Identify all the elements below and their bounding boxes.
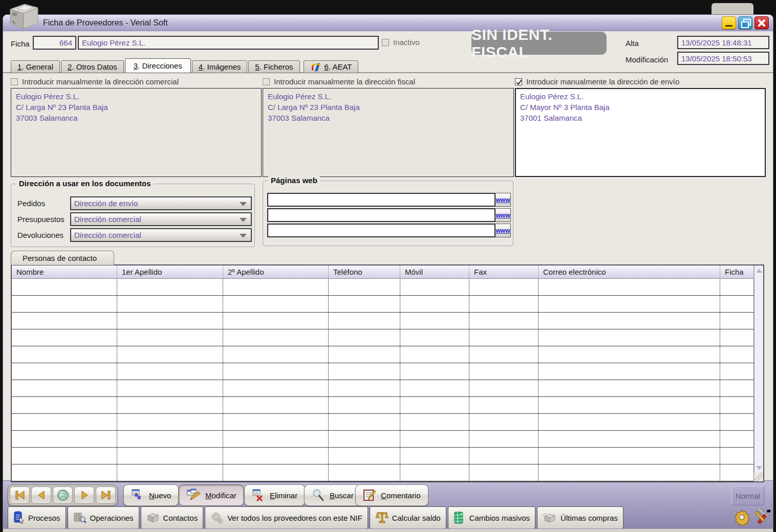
restore-icon[interactable] <box>738 16 752 29</box>
contacts-cell[interactable] <box>12 296 117 312</box>
contacts-cell[interactable] <box>117 346 223 363</box>
contacts-cell[interactable] <box>12 448 117 464</box>
www-button-3[interactable]: www <box>495 224 511 237</box>
contacts-cell[interactable] <box>223 363 329 380</box>
contacts-cell[interactable] <box>223 296 329 312</box>
contacts-cell[interactable] <box>720 448 754 464</box>
contacts-cell[interactable] <box>720 363 754 380</box>
contacts-cell[interactable] <box>469 380 538 396</box>
tools-icon[interactable] <box>752 508 773 526</box>
contacts-cell[interactable] <box>469 431 538 447</box>
contacts-cell[interactable] <box>117 279 223 295</box>
contacts-row[interactable] <box>12 313 754 329</box>
contacts-cell[interactable] <box>12 363 117 380</box>
contacts-cell[interactable] <box>12 279 117 295</box>
contacts-row[interactable] <box>12 414 754 431</box>
contacts-cell[interactable] <box>329 329 400 346</box>
contacts-row[interactable] <box>12 279 754 296</box>
contacts-cell[interactable] <box>720 329 754 346</box>
contacts-cell[interactable] <box>469 296 538 312</box>
contacts-cell[interactable] <box>223 464 329 481</box>
contacts-cell[interactable] <box>223 431 329 447</box>
contacts-cell[interactable] <box>538 329 720 346</box>
contacts-cell[interactable] <box>223 414 329 430</box>
contacts-cell[interactable] <box>400 380 469 396</box>
contacts-cell[interactable] <box>117 414 223 430</box>
web-url-input-2[interactable] <box>267 208 495 222</box>
contacts-cell[interactable] <box>117 296 223 312</box>
www-button-1[interactable]: www <box>495 193 511 207</box>
contacts-cell[interactable] <box>469 414 538 430</box>
www-button-2[interactable]: www <box>495 208 511 222</box>
envio-address-panel[interactable]: Eulogio Pérez S.L. C/ Mayor Nº 3 Planta … <box>515 88 766 177</box>
tab-otros-datos[interactable]: 2. Otros Datos <box>61 60 124 73</box>
contacts-cell[interactable] <box>400 414 469 430</box>
contacts-cell[interactable] <box>329 279 400 295</box>
contacts-cell[interactable] <box>469 279 538 295</box>
fiscal-address-panel[interactable]: Eulogio Pérez S.L. C/ Larga Nº 23 Planta… <box>263 88 514 177</box>
contacts-cell[interactable] <box>400 279 469 295</box>
contacts-cell[interactable] <box>12 380 117 396</box>
contacts-cell[interactable] <box>223 448 329 464</box>
contacts-cell[interactable] <box>469 329 538 346</box>
next-record-button[interactable] <box>74 486 94 504</box>
contacts-cell[interactable] <box>469 346 538 363</box>
web-url-input-3[interactable] <box>267 224 495 237</box>
contacts-cell[interactable] <box>12 464 117 481</box>
tab-direcciones[interactable]: 3. Direcciones <box>125 58 191 73</box>
contacts-cell[interactable] <box>720 464 754 481</box>
previous-record-button[interactable] <box>31 486 51 504</box>
fiscal-address-checkbox[interactable] <box>263 78 270 85</box>
resize-grip[interactable] <box>755 473 763 481</box>
contacts-cell[interactable] <box>720 431 754 447</box>
contacts-cell[interactable] <box>400 313 469 329</box>
contacts-row[interactable] <box>12 329 754 346</box>
contacts-cell[interactable] <box>400 464 469 481</box>
new-button[interactable]: Nuevo <box>123 484 179 506</box>
inactivo-checkbox[interactable] <box>382 39 389 46</box>
contacts-cell[interactable] <box>720 279 754 295</box>
contacts-cell[interactable] <box>223 380 329 396</box>
contacts-cell[interactable] <box>538 346 720 363</box>
edit-button[interactable]: Modificar <box>179 484 244 506</box>
contacts-row[interactable] <box>12 431 754 448</box>
contacts-cell[interactable] <box>12 313 117 329</box>
contacts-row[interactable] <box>12 380 754 397</box>
supplier-name-field[interactable]: Eulogio Pérez S.L. <box>78 36 379 50</box>
contacts-cell[interactable] <box>720 313 754 329</box>
contacts-cell[interactable] <box>329 414 400 430</box>
contacts-row[interactable] <box>12 448 754 464</box>
tab-general[interactable]: 1. General <box>11 60 60 73</box>
contacts-cell[interactable] <box>329 431 400 447</box>
presupuestos-combo[interactable]: Dirección comercial <box>70 212 252 226</box>
contacts-cell[interactable] <box>538 414 720 430</box>
contacts-cell[interactable] <box>469 448 538 464</box>
contacts-cell[interactable] <box>538 431 720 447</box>
gear-icon[interactable] <box>734 508 750 526</box>
scroll-up-icon[interactable] <box>755 267 763 274</box>
contacts-cell[interactable] <box>117 363 223 380</box>
contacts-cell[interactable] <box>469 313 538 329</box>
contacts-cell[interactable] <box>223 329 329 346</box>
contacts-cell[interactable] <box>720 346 754 363</box>
contacts-cell[interactable] <box>117 448 223 464</box>
contactos-button[interactable]: Contactos <box>141 506 204 529</box>
contacts-cell[interactable] <box>117 380 223 396</box>
contacts-cell[interactable] <box>538 448 720 464</box>
cambios-masivos-button[interactable]: Cambios masivos <box>448 506 535 529</box>
contacts-row[interactable] <box>12 363 754 380</box>
tab-imagenes[interactable]: 4. Imágenes <box>192 60 248 73</box>
contacts-row[interactable] <box>12 397 754 414</box>
contacts-cell[interactable] <box>400 363 469 380</box>
tab-aeat[interactable]: 6. AEAT <box>304 60 359 73</box>
contacts-cell[interactable] <box>538 397 720 413</box>
contacts-row[interactable] <box>12 296 754 313</box>
contacts-cell[interactable] <box>329 363 400 380</box>
contacts-cell[interactable] <box>329 448 400 464</box>
ficha-number-field[interactable]: 664 <box>33 36 76 50</box>
contacts-cell[interactable] <box>400 448 469 464</box>
contacts-cell[interactable] <box>223 397 329 413</box>
contacts-row[interactable] <box>12 464 754 481</box>
contacts-scrollbar[interactable] <box>754 265 763 473</box>
close-icon[interactable] <box>755 16 769 29</box>
